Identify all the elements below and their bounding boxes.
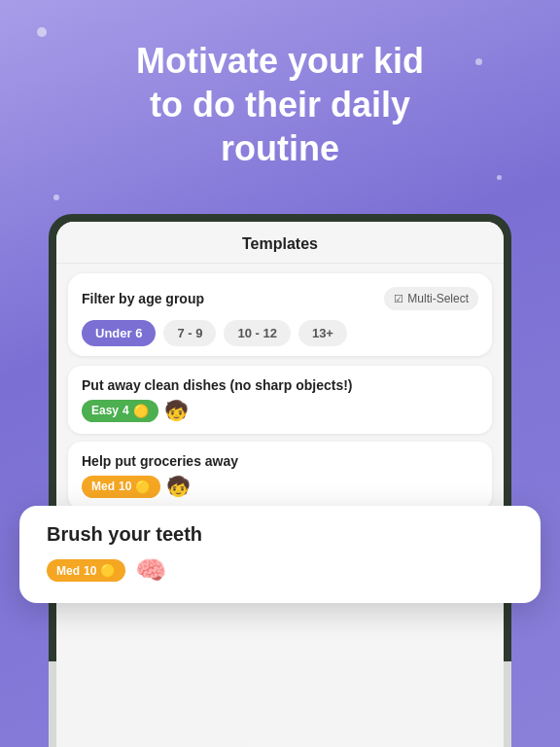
task-item[interactable]: Help put groceries away Med 10 🟡 🧒	[68, 442, 492, 510]
age-btn-under6[interactable]: Under 6	[82, 320, 156, 346]
header: Motivate your kid to do their daily rout…	[0, 0, 560, 190]
tooltip-card[interactable]: Brush your teeth Med 10 🟡 🧠	[19, 506, 541, 603]
dot-1	[37, 27, 47, 37]
app-card: Templates Filter by age group ☑ Multi-Se…	[49, 214, 511, 747]
task-badges: Easy 4 🟡 🧒	[82, 399, 478, 422]
dot-3	[53, 195, 59, 200]
task-title: Help put groceries away	[82, 453, 478, 469]
filter-top: Filter by age group ☑ Multi-Select	[82, 287, 478, 310]
age-filter-buttons: Under 6 7 - 9 10 - 12 13+	[82, 320, 478, 346]
dim-overlay	[56, 661, 504, 747]
age-btn-7-9[interactable]: 7 - 9	[163, 320, 216, 346]
coin-icon: 🟡	[135, 480, 151, 494]
dot-2	[475, 58, 482, 65]
tooltip-badges: Med 10 🟡 🧠	[47, 555, 513, 586]
task-badges: Med 10 🟡 🧒	[82, 475, 478, 498]
avatar: 🧒	[166, 475, 191, 498]
age-btn-10-12[interactable]: 10 - 12	[224, 320, 290, 346]
age-btn-13plus[interactable]: 13+	[298, 320, 347, 346]
task-item[interactable]: Put away clean dishes (no sharp objects!…	[68, 366, 492, 434]
coin-icon: 🟡	[100, 563, 116, 578]
difficulty-badge: Med 10 🟡	[82, 476, 160, 498]
tooltip-difficulty-badge: Med 10 🟡	[47, 559, 125, 582]
multi-select-button[interactable]: ☑ Multi-Select	[384, 287, 478, 310]
task-list: Put away clean dishes (no sharp objects!…	[56, 366, 504, 510]
difficulty-badge: Easy 4 🟡	[82, 400, 158, 422]
brain-avatar: 🧠	[135, 555, 166, 586]
avatar: 🧒	[164, 399, 189, 422]
coin-icon: 🟡	[133, 404, 149, 418]
page-title: Motivate your kid to do their daily rout…	[39, 39, 521, 170]
filter-label: Filter by age group	[82, 291, 204, 306]
task-title: Put away clean dishes (no sharp objects!…	[82, 377, 478, 393]
screen-title: Templates	[56, 222, 504, 264]
tooltip-task-title: Brush your teeth	[47, 523, 513, 546]
filter-section: Filter by age group ☑ Multi-Select Under…	[68, 273, 492, 356]
app-inner: Templates Filter by age group ☑ Multi-Se…	[56, 222, 504, 747]
dot-4	[497, 175, 502, 180]
